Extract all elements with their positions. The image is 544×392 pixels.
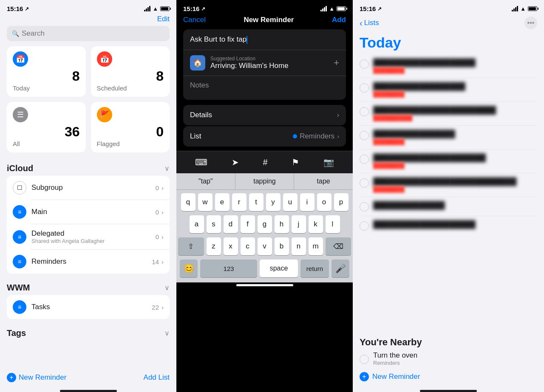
today-item-sub-5: ████████ [373, 162, 537, 169]
autocomplete-tap[interactable]: "tap" [176, 173, 235, 189]
todo-circle-5[interactable] [360, 155, 369, 164]
autocomplete-tapping[interactable]: tapping [235, 173, 295, 189]
notes-area[interactable]: Notes [183, 76, 346, 100]
more-icon: ••• [527, 19, 535, 27]
key-return[interactable]: return [300, 259, 329, 277]
list-row[interactable]: List Reminders › [183, 126, 346, 147]
nearby-circle[interactable] [360, 355, 369, 364]
toolbar-flag-button[interactable]: ⚑ [288, 155, 303, 169]
todo-circle-6[interactable] [360, 178, 369, 188]
key-a[interactable]: a [190, 215, 204, 233]
key-h[interactable]: h [275, 215, 289, 233]
key-shift[interactable]: ⇧ [178, 237, 204, 255]
edit-button[interactable]: Edit [157, 15, 170, 23]
add-button[interactable]: Add [332, 16, 346, 24]
today-icon: 📅 [13, 51, 28, 67]
delegated-sub: Shared with Angela Gallagher [31, 238, 156, 244]
smart-list-today[interactable]: 📅 8 Today [7, 46, 86, 97]
key-d[interactable]: d [224, 215, 238, 233]
key-e[interactable]: e [215, 193, 230, 211]
key-delete[interactable]: ⌫ [326, 237, 351, 255]
todo-circle-4[interactable] [360, 131, 369, 140]
key-emoji[interactable]: 😊 [180, 259, 198, 277]
reminder-title-row: Ask Burt to fix tap [183, 29, 346, 50]
location-icon-left: ↗ [25, 6, 29, 12]
panel-left: 15:16 ↗ ▲ Edit 🔍 📅 8 [0, 0, 176, 392]
key-z[interactable]: z [207, 237, 221, 255]
new-reminder-button[interactable]: + New Reminder [7, 373, 66, 382]
key-y[interactable]: y [266, 193, 280, 211]
back-button[interactable]: ‹ Lists [360, 18, 379, 28]
key-c[interactable]: c [241, 237, 255, 255]
toolbar-camera-button[interactable]: 📷 [320, 155, 337, 169]
key-n[interactable]: n [292, 237, 306, 255]
key-b[interactable]: b [275, 237, 289, 255]
add-list-button[interactable]: Add List [144, 373, 170, 382]
key-q[interactable]: q [181, 193, 196, 211]
back-label: Lists [364, 19, 379, 27]
main-count: 0 [156, 209, 159, 216]
smart-list-all[interactable]: ☰ 36 All [7, 102, 86, 152]
today-item-title-8: ████████████████████ [373, 220, 537, 229]
key-o[interactable]: o [317, 193, 332, 211]
key-mic[interactable]: 🎤 [332, 259, 349, 277]
icloud-header[interactable]: iCloud ∨ [7, 159, 170, 176]
key-g[interactable]: g [258, 215, 272, 233]
todo-circle-7[interactable] [360, 202, 369, 212]
new-reminder-bottom[interactable]: + New Reminder [353, 366, 544, 387]
key-i[interactable]: i [300, 193, 314, 211]
key-row-4: 😊 123 space return 🎤 [178, 259, 351, 281]
list-item-subgroup[interactable]: ☐ Subgroup 0 › [7, 176, 170, 200]
smart-list-scheduled[interactable]: 📅 8 Scheduled [91, 46, 170, 97]
toolbar-location-button[interactable]: ➤ [228, 155, 242, 169]
all-label: All [13, 140, 80, 147]
today-item-6: ████████████████████████████ ████████ [360, 173, 537, 197]
today-item-1: ████████████████████ ████████ [360, 54, 537, 78]
search-bar[interactable]: 🔍 [7, 26, 170, 41]
list-item-reminders[interactable]: ≡ Reminders 14 › [7, 250, 170, 274]
search-input[interactable] [22, 29, 164, 38]
key-w[interactable]: w [198, 193, 212, 211]
todo-circle-1[interactable] [360, 59, 369, 69]
list-item-delegated[interactable]: ≡ Delegated Shared with Angela Gallagher… [7, 224, 170, 249]
todo-circle-8[interactable] [360, 221, 369, 231]
key-123[interactable]: 123 [200, 259, 257, 277]
key-s[interactable]: s [207, 215, 221, 233]
key-space[interactable]: space [260, 259, 298, 277]
key-v[interactable]: v [258, 237, 272, 255]
tags-header[interactable]: Tags ∨ [7, 324, 170, 341]
key-r[interactable]: r [232, 193, 246, 211]
key-u[interactable]: u [283, 193, 298, 211]
smart-list-flagged[interactable]: 🚩 0 Flagged [91, 102, 170, 152]
details-row[interactable]: Details › [183, 105, 346, 125]
reminder-form: Ask Burt to fix tap 🏠 Suggested Location… [183, 29, 346, 100]
key-t[interactable]: t [249, 193, 264, 211]
more-button[interactable]: ••• [524, 17, 537, 29]
toolbar-hashtag-button[interactable]: # [259, 156, 271, 169]
key-f[interactable]: f [241, 215, 255, 233]
key-x[interactable]: x [224, 237, 238, 255]
tags-section: Tags ∨ [0, 324, 176, 341]
todo-circle-2[interactable] [360, 83, 369, 93]
key-j[interactable]: j [292, 215, 306, 233]
today-item-title-4: ████████████████ [373, 130, 537, 138]
wwm-header[interactable]: WWM ∨ [7, 279, 170, 295]
cancel-button[interactable]: Cancel [183, 16, 206, 24]
key-l[interactable]: l [326, 215, 340, 233]
details-chevron: › [337, 111, 339, 119]
location-value: Arriving: William's Home [210, 62, 329, 70]
key-k[interactable]: k [309, 215, 323, 233]
key-p[interactable]: p [334, 193, 348, 211]
reminder-title-input[interactable]: Ask Burt to fix tap [190, 35, 246, 43]
delegated-count: 0 [156, 233, 159, 240]
todo-circle-3[interactable] [360, 107, 369, 116]
list-item-main[interactable]: ≡ Main 0 › [7, 200, 170, 224]
flagged-icon: 🚩 [97, 107, 112, 122]
nearby-item: Turn the oven Reminders [360, 351, 537, 366]
autocomplete-tape[interactable]: tape [294, 173, 353, 189]
toolbar-grid-button[interactable]: ⌨ [192, 155, 211, 169]
list-item-tasks[interactable]: ≡ Tasks 22 › [7, 295, 170, 319]
today-list: ████████████████████ ████████ ██████████… [353, 54, 544, 332]
location-add-icon[interactable]: + [334, 57, 339, 68]
key-m[interactable]: m [309, 237, 323, 255]
